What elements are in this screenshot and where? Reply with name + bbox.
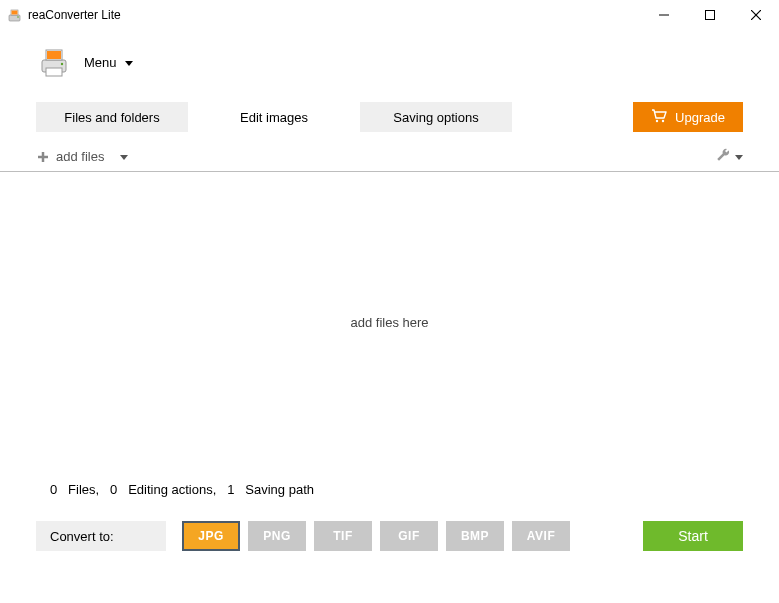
wrench-icon	[715, 147, 731, 166]
tabs-row: Files and folders Edit images Saving opt…	[0, 102, 779, 132]
svg-point-15	[662, 119, 664, 121]
tab-files-and-folders[interactable]: Files and folders	[36, 102, 188, 132]
format-button-gif[interactable]: GIF	[380, 521, 438, 551]
file-drop-zone[interactable]: add files here	[0, 172, 779, 472]
menu-label: Menu	[84, 55, 117, 70]
add-files-label: add files	[56, 149, 104, 164]
format-button-tif[interactable]: TIF	[314, 521, 372, 551]
svg-point-12	[61, 63, 63, 65]
chevron-down-icon	[120, 149, 128, 164]
status-files-count: 0	[50, 482, 57, 497]
upgrade-button[interactable]: Upgrade	[633, 102, 743, 132]
window-controls	[641, 0, 779, 30]
status-editing-word: Editing actions,	[128, 482, 216, 497]
svg-rect-11	[46, 68, 62, 76]
tab-edit-images[interactable]: Edit images	[198, 102, 350, 132]
menu-button[interactable]: Menu	[84, 55, 133, 70]
svg-rect-10	[47, 51, 61, 59]
settings-button[interactable]	[715, 147, 743, 166]
tab-saving-options[interactable]: Saving options	[360, 102, 512, 132]
printer-icon	[36, 44, 72, 80]
svg-rect-5	[706, 11, 715, 20]
svg-marker-18	[120, 155, 128, 160]
status-saving-word: Saving path	[245, 482, 314, 497]
cart-icon	[651, 109, 667, 126]
start-label: Start	[678, 528, 708, 544]
status-saving-count: 1	[227, 482, 234, 497]
maximize-button[interactable]	[687, 0, 733, 30]
bottom-row: Convert to: JPGPNGTIFGIFBMPAVIF Start	[0, 521, 779, 551]
format-button-jpg[interactable]: JPG	[182, 521, 240, 551]
format-buttons: JPGPNGTIFGIFBMPAVIF	[182, 521, 570, 551]
svg-point-3	[17, 16, 19, 18]
minimize-button[interactable]	[641, 0, 687, 30]
close-button[interactable]	[733, 0, 779, 30]
status-files-word: Files,	[68, 482, 99, 497]
svg-rect-2	[11, 10, 17, 14]
format-button-bmp[interactable]: BMP	[446, 521, 504, 551]
convert-to-label: Convert to:	[36, 521, 166, 551]
app-icon	[6, 7, 22, 23]
tab-label: Files and folders	[64, 110, 159, 125]
svg-point-14	[656, 119, 658, 121]
tab-label: Saving options	[393, 110, 478, 125]
start-button[interactable]: Start	[643, 521, 743, 551]
toolbar-row: add files	[0, 142, 779, 172]
dropzone-hint: add files here	[350, 315, 428, 330]
add-files-button[interactable]: add files	[36, 149, 128, 164]
svg-rect-0	[9, 15, 20, 21]
status-line: 0 Files, 0 Editing actions, 1 Saving pat…	[0, 482, 779, 497]
svg-marker-19	[735, 155, 743, 160]
format-button-avif[interactable]: AVIF	[512, 521, 570, 551]
menu-row: Menu	[0, 42, 779, 82]
format-button-png[interactable]: PNG	[248, 521, 306, 551]
tab-label: Edit images	[240, 110, 308, 125]
plus-icon	[36, 150, 50, 164]
chevron-down-icon	[125, 55, 133, 70]
status-editing-count: 0	[110, 482, 117, 497]
window-title: reaConverter Lite	[28, 8, 121, 22]
chevron-down-icon	[735, 149, 743, 164]
upgrade-label: Upgrade	[675, 110, 725, 125]
titlebar: reaConverter Lite	[0, 0, 779, 30]
svg-marker-13	[125, 61, 133, 66]
